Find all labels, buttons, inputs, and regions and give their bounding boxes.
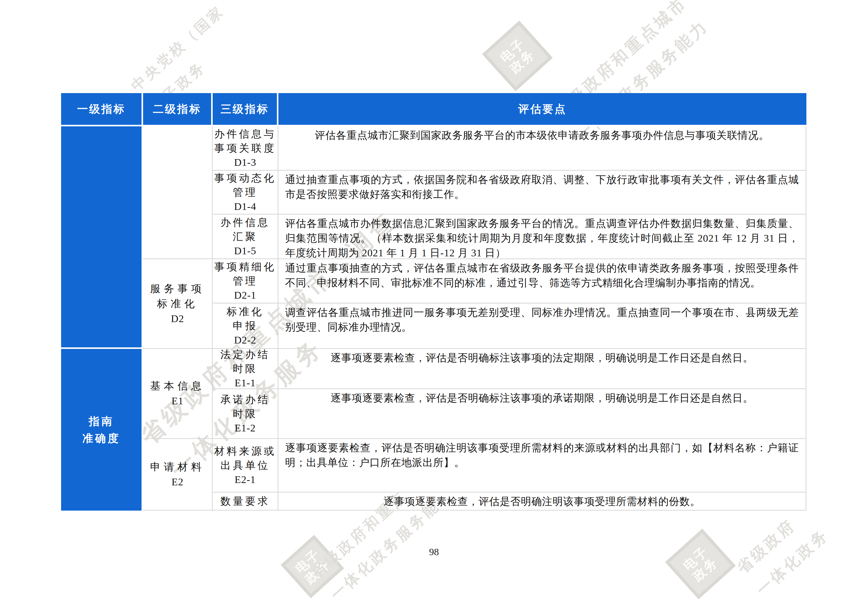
page-number: 98	[0, 546, 868, 558]
level3-code: D1-5	[234, 244, 256, 258]
level3-label-line: 时限	[233, 361, 257, 376]
report-page: 中央党校（国家 电子政务 电子 政务 省级政府和重点城市 一体化政务服务能力 省…	[0, 0, 868, 614]
points-cell-e1-2: 逐事项逐要素检查，评估是否明确标注该事项的承诺期限，明确说明是工作日还是自然日。	[278, 389, 806, 439]
points-cell-quantity: 逐事项逐要素检查，评估是否明确注明该事项受理所需材料的份数。	[278, 493, 806, 510]
level3-label-line: 时限	[233, 407, 257, 421]
level3-label-line: 汇聚	[233, 229, 257, 244]
level3-cell-d2-1: 事项精细化 管理 D2-1	[213, 259, 278, 304]
level2-code: D2	[171, 311, 184, 326]
level2-cell-e2: 申请材料 E2	[143, 439, 213, 510]
level3-cell-quantity: 数量要求	[213, 493, 278, 510]
level3-label-line: 出具单位	[220, 458, 270, 473]
level3-cell-e1-2: 承诺办结 时限 E1-2	[213, 389, 278, 439]
points-cell-d2-1: 通过重点事项抽查的方式，评估各重点城市在省级政务服务平台提供的依申请类政务服务事…	[278, 259, 806, 304]
level1-cell-blank	[61, 126, 143, 349]
level3-label-line: 承诺办结	[220, 392, 270, 407]
level3-label-line: 管理	[233, 274, 257, 288]
level2-label-line: 服务事项	[150, 281, 205, 296]
level3-label-line: 事项关联度	[214, 141, 276, 155]
header-evaluation-points: 评估要点	[278, 93, 806, 126]
egov-seal-icon: 电子 政务	[665, 529, 736, 599]
points-cell-d2-2: 调查评估各重点城市推进同一服务事项无差别受理、同标准办理情况。重点抽查同一个事项…	[278, 304, 806, 349]
level2-code: E1	[171, 394, 183, 408]
level3-code: D2-1	[234, 288, 256, 302]
level3-code: D2-2	[234, 333, 256, 347]
points-cell-d1-5: 评估各重点城市办件数据信息汇聚到国家政务服务平台的情况。重点调查评估办件数据归集…	[278, 214, 806, 259]
level3-code: D1-4	[234, 199, 256, 214]
header-level3-indicator: 三级指标	[213, 93, 278, 126]
level2-cell-d2: 服务事项 标准化 D2	[143, 259, 213, 349]
level1-label-line: 指南	[89, 413, 114, 430]
level2-cell-blank	[143, 126, 213, 259]
level3-label-line: 事项精细化	[214, 260, 276, 274]
level3-label-line: 标准化	[226, 305, 264, 319]
indicator-table: 一级指标 二级指标 三级指标 评估要点 指南 准确度 服务事项 标准化 D2 基…	[61, 93, 806, 510]
level3-cell-e2-1: 材料来源或 出具单位 E2-1	[213, 439, 278, 493]
header-level1-indicator: 一级指标	[61, 93, 143, 126]
level2-label-line: 申请材料	[150, 459, 205, 474]
level3-label-line: 办件信息	[220, 216, 270, 229]
level3-cell-d1-4: 事项动态化 管理 D1-4	[213, 171, 278, 214]
level3-cell-d1-5: 办件信息 汇聚 D1-5	[213, 214, 278, 259]
level3-label-line: 事项动态化	[214, 171, 276, 185]
points-cell-d1-3: 评估各重点城市汇聚到国家政务服务平台的市本级依申请政务服务事项办件信息与事项关联…	[278, 126, 806, 171]
level2-code: E2	[171, 474, 183, 490]
level3-label-line: 材料来源或	[214, 444, 276, 458]
points-cell-e1-1: 逐事项逐要素检查，评估是否明确标注该事项的法定期限，明确说明是工作日还是自然日。	[278, 349, 806, 389]
level3-code: E1-1	[235, 376, 256, 390]
header-level2-indicator: 二级指标	[143, 93, 213, 126]
level3-label-line: 办件信息与	[214, 127, 276, 141]
level3-label-line: 管理	[233, 185, 257, 199]
points-cell-d1-4: 通过抽查重点事项的方式，依据国务院和各省级政府取消、调整、下放行政审批事项有关文…	[278, 171, 806, 214]
egov-seal-icon: 电子 政务	[482, 21, 553, 91]
level3-label-line: 申报	[233, 319, 257, 333]
level3-label-line: 法定办结	[220, 347, 270, 361]
level3-label-line: 数量要求	[220, 494, 270, 508]
level2-cell-e1: 基本信息 E1	[143, 349, 213, 439]
level2-label-line: 标准化	[157, 296, 198, 311]
level1-label-line: 准确度	[82, 430, 120, 447]
level3-cell-e1-1: 法定办结 时限 E1-1	[213, 349, 278, 389]
level2-label-line: 基本信息	[150, 378, 205, 394]
level3-code: E1-2	[235, 421, 256, 435]
level3-cell-d2-2: 标准化 申报 D2-2	[213, 304, 278, 349]
points-cell-e2-1: 逐事项逐要素检查，评估是否明确注明该事项受理所需材料的来源或材料的出具部门，如【…	[278, 439, 806, 493]
egov-seal-text: 电子 政务	[497, 36, 537, 76]
level1-cell-guide-accuracy: 指南 准确度	[61, 349, 143, 510]
level3-code: E2-1	[235, 473, 256, 487]
level3-code: D1-3	[234, 155, 256, 169]
level3-cell-d1-3: 办件信息与 事项关联度 D1-3	[213, 126, 278, 171]
